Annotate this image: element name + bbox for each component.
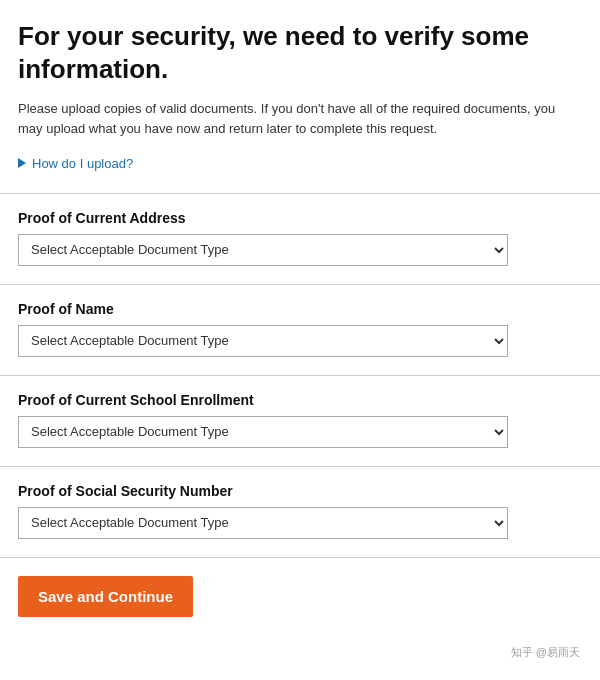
label-proof-name: Proof of Name (18, 301, 582, 317)
section-proof-address: Proof of Current AddressSelect Acceptabl… (18, 194, 582, 284)
save-continue-button[interactable]: Save and Continue (18, 576, 193, 617)
select-proof-ssn[interactable]: Select Acceptable Document Type (18, 507, 508, 539)
label-proof-school: Proof of Current School Enrollment (18, 392, 582, 408)
page-description: Please upload copies of valid documents.… (18, 99, 582, 138)
help-link[interactable]: How do I upload? (18, 156, 133, 171)
section-proof-school: Proof of Current School EnrollmentSelect… (18, 376, 582, 466)
page-title: For your security, we need to verify som… (18, 20, 582, 85)
label-proof-ssn: Proof of Social Security Number (18, 483, 582, 499)
chevron-right-icon (18, 158, 26, 168)
label-proof-address: Proof of Current Address (18, 210, 582, 226)
section-proof-ssn: Proof of Social Security NumberSelect Ac… (18, 467, 582, 557)
help-link-text: How do I upload? (32, 156, 133, 171)
watermark: 知乎 @易雨天 (511, 645, 580, 660)
section-proof-name: Proof of NameSelect Acceptable Document … (18, 285, 582, 375)
select-proof-name[interactable]: Select Acceptable Document Type (18, 325, 508, 357)
select-proof-school[interactable]: Select Acceptable Document Type (18, 416, 508, 448)
select-proof-address[interactable]: Select Acceptable Document Type (18, 234, 508, 266)
divider-3 (0, 557, 600, 558)
